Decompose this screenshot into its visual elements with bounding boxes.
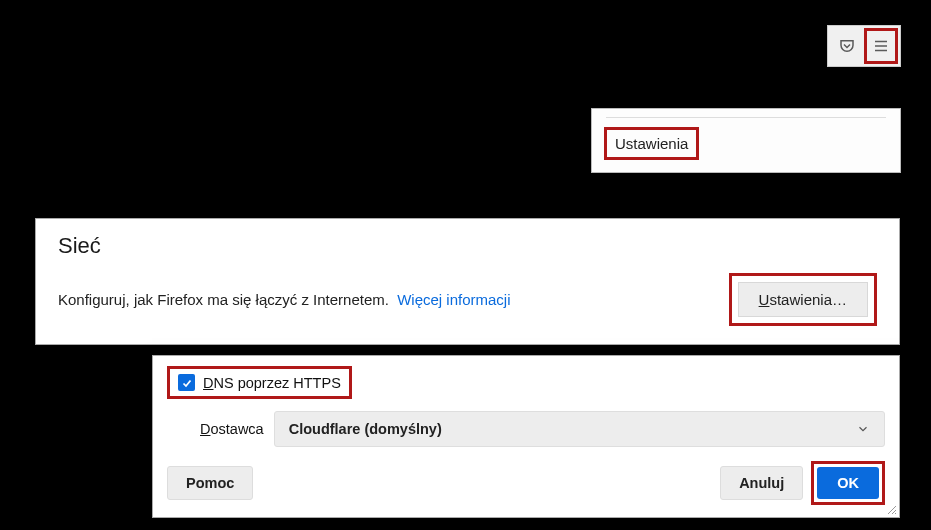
dns-label-rest: NS poprzez HTTPS: [213, 375, 340, 391]
browser-toolbar: [827, 25, 901, 67]
dns-over-https-label: DNS poprzez HTTPS: [203, 375, 341, 391]
dns-over-https-checkbox[interactable]: [178, 374, 195, 391]
ok-button[interactable]: OK: [817, 467, 879, 499]
checkmark-icon: [181, 377, 193, 389]
dns-provider-label: Dostawca: [200, 421, 264, 437]
accesskey-d: D: [203, 375, 213, 391]
dns-provider-select[interactable]: Cloudflare (domyślny): [274, 411, 885, 447]
ok-button-highlight: OK: [811, 461, 885, 505]
dns-provider-value: Cloudflare (domyślny): [289, 421, 442, 437]
app-menu-dropdown: Ustawienia: [591, 108, 901, 173]
help-button[interactable]: Pomoc: [167, 466, 253, 500]
connection-settings-dialog: DNS poprzez HTTPS Dostawca Cloudflare (d…: [152, 355, 900, 518]
dialog-footer: Pomoc Anuluj OK: [167, 461, 885, 505]
cancel-button[interactable]: Anuluj: [720, 466, 803, 500]
network-heading: Sieć: [58, 233, 877, 259]
network-settings-panel: Sieć Konfiguruj, jak Firefox ma się łącz…: [35, 218, 900, 345]
settings-btn-rest: stawienia…: [769, 291, 847, 308]
chevron-down-icon: [856, 422, 870, 436]
more-info-link[interactable]: Więcej informacji: [397, 291, 510, 308]
svg-line-3: [888, 506, 896, 514]
resize-grip-icon[interactable]: [885, 503, 897, 515]
dns-over-https-row: DNS poprzez HTTPS: [167, 366, 352, 399]
provider-label-rest: ostawca: [210, 421, 263, 437]
network-row: Konfiguruj, jak Firefox ma się łączyć z …: [58, 273, 877, 326]
svg-line-5: [895, 513, 896, 514]
menu-icon: [872, 37, 890, 55]
dns-provider-row: Dostawca Cloudflare (domyślny): [200, 411, 885, 447]
pocket-button[interactable]: [830, 28, 864, 64]
accesskey-d2: D: [200, 421, 210, 437]
network-description: Konfiguruj, jak Firefox ma się łączyć z …: [58, 291, 511, 308]
accesskey-u: U: [759, 291, 770, 308]
network-settings-button[interactable]: Ustawienia…: [738, 282, 868, 317]
network-settings-button-highlight: Ustawienia…: [729, 273, 877, 326]
pocket-icon: [838, 37, 856, 55]
network-desc-text: Konfiguruj, jak Firefox ma się łączyć z …: [58, 291, 389, 308]
menu-item-settings[interactable]: Ustawienia: [604, 127, 699, 160]
dialog-action-buttons: Anuluj OK: [720, 461, 885, 505]
hamburger-menu-button[interactable]: [864, 28, 898, 64]
